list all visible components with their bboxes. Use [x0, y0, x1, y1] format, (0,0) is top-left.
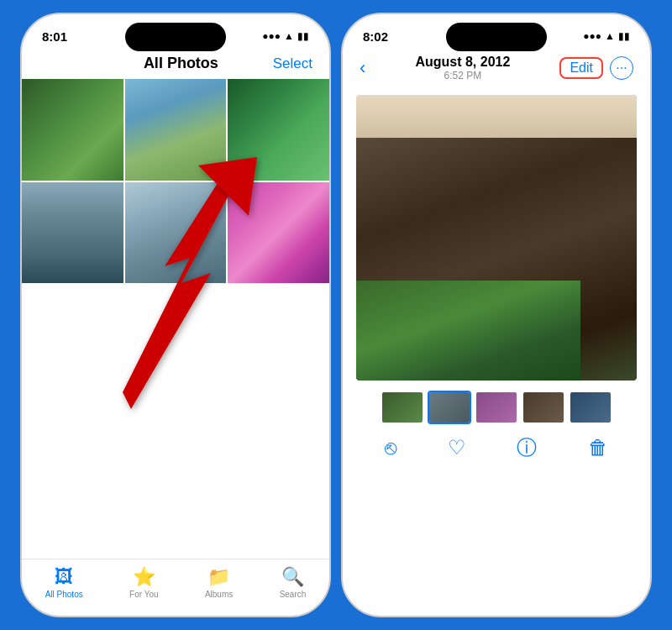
status-icons-right: ●●● ▲ ▮▮ — [583, 30, 630, 42]
info-button[interactable]: ⓘ — [517, 434, 537, 461]
left-phone: 8:01 ●●● ▲ ▮▮ All Photos Select — [20, 13, 331, 617]
nav-bar-left: All Photos Select — [22, 51, 329, 79]
photo-green-cliff — [228, 79, 329, 181]
photo-cell-5[interactable] — [125, 182, 227, 284]
thumb-3-image — [476, 392, 517, 423]
wifi-icon: ▲ — [284, 30, 294, 42]
tab-bar-left: 🖼 All Photos ⭐ For You 📁 Albums 🔍 Search — [22, 559, 329, 616]
for-you-icon: ⭐ — [133, 566, 155, 588]
signal-icon-right: ●●● — [583, 30, 601, 42]
back-button[interactable]: ‹ — [360, 57, 365, 79]
right-phone: 8:02 ●●● ▲ ▮▮ ‹ August 8, 2012 6:52 PM E… — [341, 13, 652, 617]
photo-date: August 8, 2012 — [415, 55, 510, 70]
page-title-left: All Photos — [144, 55, 218, 72]
photo-cell-2[interactable] — [125, 79, 227, 181]
green-layer — [356, 281, 580, 381]
ellipsis-icon: ··· — [616, 60, 627, 76]
search-label: Search — [280, 590, 307, 599]
photo-grid — [22, 79, 329, 283]
photo-cell-1[interactable] — [22, 79, 123, 181]
thumb-1-image — [382, 392, 423, 423]
nav-actions: Edit ··· — [559, 56, 633, 80]
thumb-5[interactable] — [569, 391, 612, 424]
photo-cell-4[interactable] — [22, 182, 123, 284]
share-button[interactable]: ⎋ — [385, 436, 396, 459]
thumb-3[interactable] — [475, 391, 518, 424]
thumb-2[interactable] — [428, 391, 471, 424]
tab-search[interactable]: 🔍 Search — [280, 566, 307, 599]
all-photos-label: All Photos — [45, 590, 83, 599]
photo-time: 6:52 PM — [415, 70, 510, 81]
battery-icon-right: ▮▮ — [618, 30, 630, 42]
select-button[interactable]: Select — [273, 55, 312, 72]
photo-landscape — [356, 95, 637, 381]
tab-albums[interactable]: 📁 Albums — [205, 566, 233, 599]
tab-for-you[interactable]: ⭐ For You — [129, 566, 158, 599]
signal-icon: ●●● — [262, 30, 281, 42]
photo-waterfall-center — [125, 182, 227, 284]
thumb-1[interactable] — [381, 391, 424, 424]
photo-cell-3[interactable] — [228, 79, 329, 181]
thumb-2-image — [429, 392, 470, 423]
main-photo-view[interactable] — [356, 95, 637, 381]
dynamic-island-left — [125, 23, 226, 51]
thumb-4[interactable] — [522, 391, 565, 424]
time-left: 8:01 — [42, 29, 67, 44]
date-block: August 8, 2012 6:52 PM — [415, 55, 510, 81]
edit-button[interactable]: Edit — [559, 57, 603, 79]
status-icons-left: ●●● ▲ ▮▮ — [262, 30, 309, 42]
action-bar: ⎋ ♡ ⓘ 🗑 — [343, 428, 650, 478]
search-icon: 🔍 — [281, 566, 304, 588]
thumbnail-strip — [343, 387, 650, 428]
albums-label: Albums — [205, 590, 233, 599]
time-right: 8:02 — [363, 29, 388, 44]
thumb-5-image — [570, 392, 611, 423]
thumb-4-image — [523, 392, 564, 423]
photo-waterfall-left — [22, 182, 123, 284]
nav-bar-right: ‹ August 8, 2012 6:52 PM Edit ··· — [343, 51, 650, 88]
wifi-icon-right: ▲ — [605, 30, 615, 42]
photo-green-leaves — [22, 79, 123, 181]
for-you-label: For You — [129, 590, 158, 599]
photo-flowers — [228, 182, 329, 284]
delete-button[interactable]: 🗑 — [588, 436, 608, 459]
more-button[interactable]: ··· — [610, 56, 633, 80]
albums-icon: 📁 — [207, 566, 230, 588]
dynamic-island-right — [446, 23, 547, 51]
battery-icon: ▮▮ — [297, 30, 309, 42]
tab-all-photos[interactable]: 🖼 All Photos — [45, 566, 83, 599]
all-photos-icon: 🖼 — [55, 566, 73, 588]
favorite-button[interactable]: ♡ — [448, 436, 466, 459]
photo-mountains-sky — [125, 79, 227, 181]
photo-cell-6[interactable] — [228, 182, 329, 284]
